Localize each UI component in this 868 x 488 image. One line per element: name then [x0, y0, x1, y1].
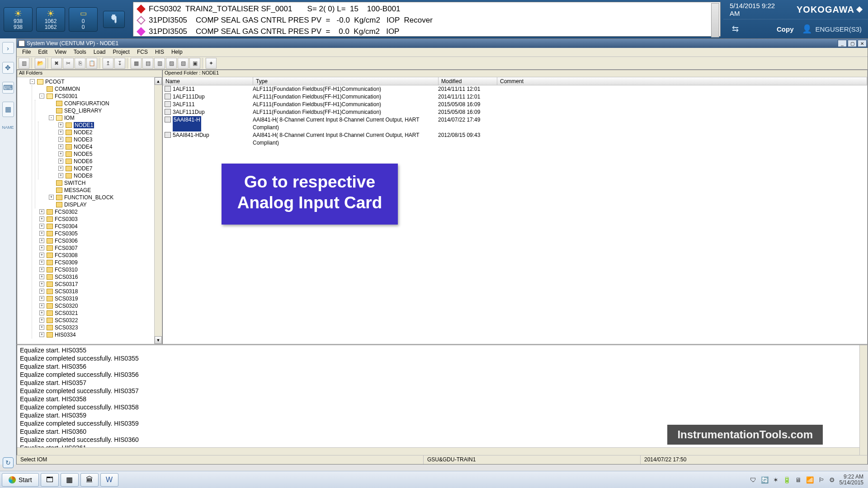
menu-file[interactable]: File — [19, 48, 34, 56]
menu-edit[interactable]: Edit — [34, 48, 51, 56]
tree-item[interactable]: NODE4 — [74, 144, 92, 150]
tb-down[interactable]: ↧ — [114, 58, 125, 69]
taskbar-app-4[interactable]: W — [100, 473, 118, 487]
list-row[interactable]: 5AAI841-HAAI841-H( 8-Channel Current Inp… — [163, 116, 867, 131]
gauge-2[interactable]: ☀ 1062 1062 — [36, 7, 65, 32]
tree-expander[interactable]: + — [39, 209, 44, 214]
tree-expander[interactable]: + — [39, 267, 44, 272]
close-button[interactable]: ✕ — [858, 40, 867, 47]
msg-scroll-button[interactable] — [711, 3, 719, 38]
tree-expander[interactable]: + — [39, 274, 44, 279]
tb-copy[interactable]: ⎘ — [75, 58, 85, 69]
tree-item[interactable]: FUNCTION_BLOCK — [64, 194, 113, 201]
tree-item[interactable]: NODE6 — [74, 158, 92, 164]
tree-expander[interactable]: + — [39, 318, 44, 323]
tree-expander[interactable]: + — [39, 245, 44, 250]
list-row[interactable]: 5AAI841-HDupAAI841-H( 8-Channel Current … — [163, 131, 867, 147]
tray-icon[interactable]: ⚙ — [829, 476, 835, 483]
tree-expander[interactable]: - — [39, 94, 44, 99]
tree-expander[interactable]: + — [49, 195, 54, 200]
start-button[interactable]: Start — [2, 473, 39, 487]
scroll-up-icon[interactable]: ▲ — [155, 77, 162, 85]
tree-expander[interactable]: + — [39, 260, 44, 265]
alarm-line-1[interactable]: FCS0302 TRAIN2_TOTALISER SF_0001 S= 2( 0… — [138, 3, 716, 14]
log-hscrollbar[interactable] — [17, 447, 859, 455]
tree-expander[interactable]: + — [39, 238, 44, 243]
menu-help[interactable]: Help — [168, 48, 186, 56]
tree-item[interactable]: NODE3 — [74, 136, 92, 143]
tb-open[interactable]: 📂 — [35, 58, 46, 69]
rail-btn-3[interactable]: ⌨ — [2, 82, 14, 94]
tray-icon[interactable]: 🖥 — [795, 476, 802, 483]
tray-icon[interactable]: ✶ — [773, 476, 778, 483]
tree-item[interactable]: FCS0309 — [55, 259, 78, 266]
rail-btn-2[interactable]: ✥ — [2, 62, 14, 74]
tb-up[interactable]: ↥ — [103, 58, 113, 69]
tree-item[interactable]: NODE2 — [74, 129, 92, 136]
tree-item[interactable]: SCS0322 — [55, 317, 78, 324]
tree-item[interactable]: FCS0308 — [55, 252, 78, 258]
tree-expander[interactable]: + — [39, 231, 44, 236]
tree-expander[interactable]: + — [39, 310, 44, 315]
tree-item[interactable]: SCS0316 — [55, 274, 78, 280]
tree-item[interactable]: NODE7 — [74, 165, 92, 172]
tree-expander[interactable]: - — [30, 79, 35, 84]
tree-item[interactable]: PCOGT — [45, 79, 65, 85]
tb-grid5[interactable]: ▧ — [178, 58, 189, 69]
list-row[interactable]: 1ALF111DupALF111(Foundation Fieldbus(FF-… — [163, 93, 867, 101]
tree-expander[interactable]: + — [39, 282, 44, 286]
tb-cut[interactable]: ✂ — [63, 58, 74, 69]
tray-icon[interactable]: 📶 — [806, 476, 814, 483]
gauge-3[interactable]: ▭ 0 0 — [69, 7, 98, 32]
tb-delete[interactable]: ✖ — [51, 58, 62, 69]
tree-expander[interactable]: + — [58, 130, 63, 135]
user-badge[interactable]: 👤 ENGUSER(S3) — [802, 23, 862, 34]
tree-item[interactable]: FCS0301 — [55, 93, 78, 99]
tree-expander[interactable]: + — [58, 151, 63, 156]
alarm-line-3[interactable]: 31PDI3505 COMP SEAL GAS CNTRL PRES PV = … — [138, 26, 716, 37]
tb-btn[interactable]: ▥ — [19, 58, 29, 69]
gauge-1[interactable]: ☀ 938 938 — [4, 7, 33, 32]
tree-item[interactable]: IOM — [64, 115, 75, 121]
tree-expander[interactable]: + — [58, 159, 63, 164]
tree-scrollbar[interactable]: ▲ ▼ — [154, 77, 162, 344]
tree-item[interactable]: MESSAGE — [64, 187, 91, 193]
taskbar-app-3[interactable]: 🏛 — [80, 473, 99, 487]
tree-item[interactable]: FCS0302 — [55, 209, 78, 215]
log-scrollbar[interactable] — [859, 345, 867, 455]
tree-item[interactable]: FCS0304 — [55, 223, 78, 230]
tree-item[interactable]: SCS0321 — [55, 310, 78, 316]
tray-icon[interactable]: 🏳 — [818, 476, 825, 483]
tb-grid3[interactable]: ▥ — [154, 58, 165, 69]
tree-expander[interactable]: + — [58, 173, 63, 178]
maximize-button[interactable]: ▢ — [848, 40, 857, 47]
tree-item[interactable]: FCS0310 — [55, 267, 78, 273]
tb-grid4[interactable]: ▨ — [166, 58, 177, 69]
tree-expander[interactable]: + — [39, 303, 44, 308]
tray-icon[interactable]: 🔋 — [783, 476, 791, 483]
copy-button[interactable]: Copy — [777, 25, 794, 33]
tree-item[interactable]: SCS0323 — [55, 324, 78, 331]
scroll-down-icon[interactable]: ▼ — [155, 336, 162, 344]
tree-item[interactable]: NODE1 — [74, 122, 94, 128]
taskbar-clock[interactable]: 9:22 AM 5/14/2015 — [840, 474, 863, 486]
tb-paste[interactable]: 📋 — [86, 58, 97, 69]
col-name[interactable]: Name — [163, 77, 253, 85]
topbar-tool-icon[interactable]: 🖣 — [103, 11, 125, 28]
tree-item[interactable]: FCS0307 — [55, 245, 78, 251]
menu-tools[interactable]: Tools — [70, 48, 90, 56]
tree-expander[interactable]: + — [39, 224, 44, 229]
tree-expander[interactable]: + — [39, 332, 44, 337]
tree-expander[interactable]: + — [58, 137, 63, 142]
menu-fcs[interactable]: FCS — [133, 48, 151, 56]
tree-expander[interactable]: + — [39, 289, 44, 294]
tree-expander[interactable]: + — [58, 144, 63, 149]
tree-expander[interactable]: + — [58, 122, 63, 127]
tree-item[interactable]: FCS0305 — [55, 230, 78, 237]
tree-expander[interactable]: + — [39, 253, 44, 258]
tb-grid6[interactable]: ▣ — [189, 58, 200, 69]
tree-item[interactable]: NODE5 — [74, 151, 92, 157]
menu-view[interactable]: View — [51, 48, 70, 56]
minimize-button[interactable]: _ — [838, 40, 847, 47]
col-modified[interactable]: Modified — [439, 77, 497, 85]
